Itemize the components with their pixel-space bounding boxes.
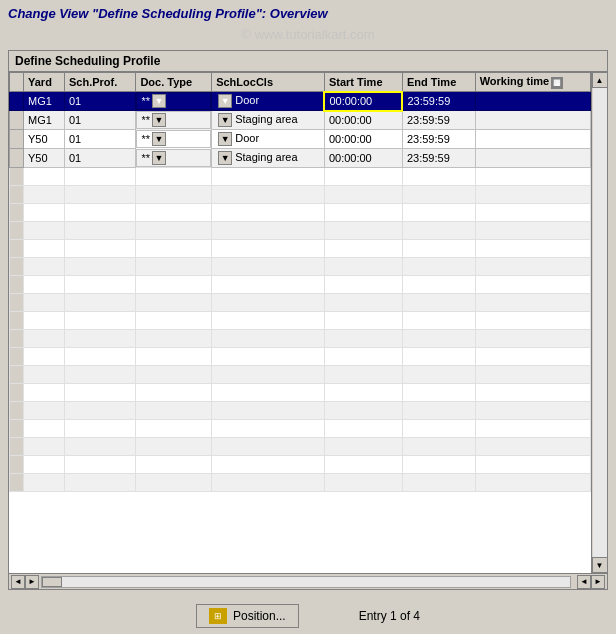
empty-row (10, 438, 591, 456)
empty-row (10, 384, 591, 402)
table-row[interactable]: MG101** ▼▼ Door00:00:0023:59:59 (10, 92, 591, 111)
position-btn-icon: ⊞ (209, 608, 227, 624)
cell-doc-type: ** ▼ (136, 130, 211, 148)
empty-row (10, 240, 591, 258)
empty-row (10, 186, 591, 204)
row-selector[interactable] (10, 130, 24, 149)
sch-loc-cls-dropdown[interactable]: ▼ (218, 151, 232, 165)
col-header-yard: Yard (24, 73, 65, 92)
cell-doc-type: ** ▼ (136, 149, 211, 167)
col-header-doc-type: Doc. Type (136, 73, 212, 92)
cell-yard: MG1 (24, 92, 65, 111)
cell-yard: MG1 (24, 111, 65, 130)
cell-end-time: 23:59:59 (402, 92, 475, 111)
cell-sch-loc-cls: ▼ Staging area (212, 111, 325, 130)
content-area: Define Scheduling Profile Yard Sch.Prof.… (0, 46, 616, 598)
h-scroll-track[interactable] (41, 576, 571, 588)
main-panel: Define Scheduling Profile Yard Sch.Prof.… (8, 50, 608, 590)
empty-row (10, 204, 591, 222)
panel-title: Define Scheduling Profile (9, 51, 607, 72)
position-button[interactable]: ⊞ Position... (196, 604, 299, 628)
row-selector[interactable] (10, 149, 24, 168)
table-row[interactable]: Y5001** ▼▼ Door00:00:0023:59:59 (10, 130, 591, 149)
cell-yard: Y50 (24, 130, 65, 149)
scroll-right-btn[interactable]: ► (25, 575, 39, 589)
sch-loc-cls-dropdown[interactable]: ▼ (218, 113, 232, 127)
cell-start-time[interactable]: 00:00:00 (324, 111, 402, 130)
footer: ⊞ Position... Entry 1 of 4 (0, 598, 616, 634)
page-title: Change View "Define Scheduling Profile":… (8, 6, 608, 21)
cell-start-time[interactable]: 00:00:00 (324, 92, 402, 111)
col-header-end-time: End Time (402, 73, 475, 92)
cell-working-time (475, 130, 590, 149)
cell-sch-prof: 01 (64, 130, 135, 149)
title-bar: Change View "Define Scheduling Profile":… (0, 0, 616, 25)
empty-row (10, 348, 591, 366)
vertical-scrollbar: ▲ ▼ (591, 72, 607, 573)
working-time-icon[interactable]: ▦ (551, 77, 563, 89)
cell-start-time[interactable]: 00:00:00 (324, 130, 402, 149)
sch-loc-cls-dropdown[interactable]: ▼ (218, 132, 232, 146)
cell-sch-loc-cls: ▼ Door (212, 92, 325, 111)
empty-row (10, 222, 591, 240)
cell-sch-prof: 01 (64, 92, 135, 111)
scroll-far-right-btn[interactable]: ► (591, 575, 605, 589)
cell-working-time (475, 149, 590, 168)
row-selector[interactable] (10, 111, 24, 130)
cell-end-time: 23:59:59 (402, 111, 475, 130)
empty-row (10, 168, 591, 186)
empty-row (10, 456, 591, 474)
cell-working-time (475, 92, 590, 111)
scroll-far-left-btn[interactable]: ◄ (577, 575, 591, 589)
table-row[interactable]: MG101** ▼▼ Staging area00:00:0023:59:59 (10, 111, 591, 130)
cell-sch-loc-cls: ▼ Staging area (212, 149, 325, 168)
doc-type-dropdown[interactable]: ▼ (152, 113, 166, 127)
cell-sch-prof: 01 (64, 149, 135, 168)
empty-row (10, 258, 591, 276)
doc-type-dropdown[interactable]: ▼ (152, 94, 166, 108)
main-window: Change View "Define Scheduling Profile":… (0, 0, 616, 634)
empty-row (10, 402, 591, 420)
doc-type-dropdown[interactable]: ▼ (152, 132, 166, 146)
scroll-up-btn[interactable]: ▲ (592, 72, 608, 88)
cell-working-time (475, 111, 590, 130)
cell-end-time: 23:59:59 (402, 130, 475, 149)
col-header-sch-loc-cls: SchLocCls (212, 73, 325, 92)
col-header-sch-prof: Sch.Prof. (64, 73, 135, 92)
watermark: © www.tutorialkart.com (0, 25, 616, 46)
empty-row (10, 330, 591, 348)
scroll-track[interactable] (593, 88, 607, 557)
right-scroll-area: ◄ ► (577, 575, 605, 589)
sch-loc-cls-dropdown[interactable]: ▼ (218, 94, 232, 108)
empty-row (10, 276, 591, 294)
horizontal-scrollbar: ◄ ► ◄ ► (9, 573, 607, 589)
empty-row (10, 420, 591, 438)
cell-start-time[interactable]: 00:00:00 (324, 149, 402, 168)
cell-yard: Y50 (24, 149, 65, 168)
scroll-down-btn[interactable]: ▼ (592, 557, 608, 573)
h-scroll-thumb[interactable] (42, 577, 62, 587)
doc-type-dropdown[interactable]: ▼ (152, 151, 166, 165)
row-selector[interactable] (10, 92, 24, 111)
cell-doc-type: ** ▼ (136, 111, 211, 129)
cell-end-time: 23:59:59 (402, 149, 475, 168)
col-header-sel (10, 73, 24, 92)
data-table: Yard Sch.Prof. Doc. Type SchLocCls Start… (9, 72, 591, 492)
cell-sch-loc-cls: ▼ Door (212, 130, 325, 149)
empty-row (10, 294, 591, 312)
col-header-working-time: Working time▦ (475, 73, 590, 92)
scroll-left-btn[interactable]: ◄ (11, 575, 25, 589)
empty-row (10, 366, 591, 384)
table-section: Yard Sch.Prof. Doc. Type SchLocCls Start… (9, 72, 607, 573)
entry-info: Entry 1 of 4 (359, 609, 420, 623)
cell-doc-type: ** ▼ (136, 92, 211, 110)
table-row[interactable]: Y5001** ▼▼ Staging area00:00:0023:59:59 (10, 149, 591, 168)
table-scroll-area: Yard Sch.Prof. Doc. Type SchLocCls Start… (9, 72, 591, 573)
empty-row (10, 312, 591, 330)
cell-sch-prof: 01 (64, 111, 135, 130)
position-btn-label: Position... (233, 609, 286, 623)
col-header-start-time: Start Time (324, 73, 402, 92)
empty-row (10, 474, 591, 492)
